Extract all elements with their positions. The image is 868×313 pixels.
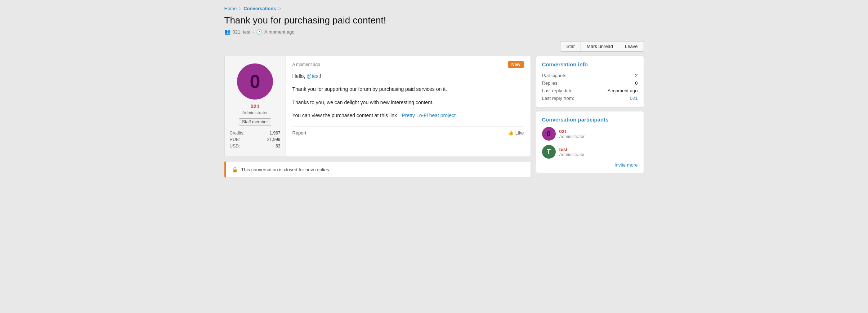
report-link[interactable]: Report bbox=[292, 130, 307, 136]
credits-label: Credits: bbox=[230, 131, 245, 136]
conversation-info-panel: Conversation info Participants: 2 Replie… bbox=[536, 56, 644, 107]
last-reply-date-row: Last reply date: A moment ago bbox=[542, 87, 638, 94]
participant-info-test: test Administrator bbox=[559, 147, 585, 157]
participant-role-021: Administrator bbox=[559, 134, 585, 139]
replies-row: Replies: 0 bbox=[542, 79, 638, 87]
mark-unread-button[interactable]: Mark unread bbox=[581, 41, 619, 52]
breadcrumb: Home > Conversations > bbox=[224, 6, 644, 11]
message-author-col: 0 021 Administrator Staff member Credits… bbox=[225, 56, 286, 156]
purchased-content-link[interactable]: Pretty Lo-Fi beat project bbox=[402, 113, 455, 118]
breadcrumb-home[interactable]: Home bbox=[224, 6, 237, 11]
participant-avatar-test: T bbox=[542, 145, 556, 159]
author-role: Administrator bbox=[242, 110, 268, 115]
rub-label: RUB: bbox=[230, 137, 240, 142]
credits-value: 1,967 bbox=[269, 131, 280, 136]
closed-notice-text: This conversation is closed for new repl… bbox=[241, 167, 331, 172]
message-timestamp: A moment ago bbox=[292, 62, 320, 67]
action-buttons-row: Star Mark unread Leave bbox=[224, 41, 644, 52]
message-text: Hello, @test! Thank you for supporting o… bbox=[292, 72, 524, 120]
conversation-participants-title: Conversation participants bbox=[542, 116, 638, 123]
participants-icon: 👥 bbox=[224, 29, 231, 35]
rub-value: 21,999 bbox=[267, 137, 281, 142]
participants-value: 2 bbox=[595, 72, 638, 79]
message-card: 0 021 Administrator Staff member Credits… bbox=[224, 56, 531, 157]
new-badge: New bbox=[508, 61, 524, 68]
participant-name-021[interactable]: 021 bbox=[559, 129, 585, 134]
conversation-info-title: Conversation info bbox=[542, 61, 638, 67]
sidebar: Conversation info Participants: 2 Replie… bbox=[536, 56, 644, 173]
message-body-line2: Thanks to you, we can delight you with n… bbox=[292, 98, 524, 106]
page-title: Thank you for purchasing paid content! bbox=[224, 15, 644, 26]
main-content: 0 021 Administrator Staff member Credits… bbox=[224, 56, 531, 178]
message-timestamp-row: A moment ago New bbox=[292, 61, 524, 68]
usd-value: 63 bbox=[276, 144, 280, 149]
message-body-line1: Thank you for supporting our forum by pu… bbox=[292, 85, 524, 93]
author-name[interactable]: 021 bbox=[250, 103, 259, 109]
like-icon: 👍 bbox=[508, 130, 514, 136]
clock-icon: 🕐 bbox=[256, 29, 262, 35]
lock-icon: 🔒 bbox=[232, 166, 238, 173]
participants-row: Participants: 2 bbox=[542, 72, 638, 79]
participant-role-test: Administrator bbox=[559, 152, 585, 157]
page-meta: 👥 021, test · 🕐 A moment ago bbox=[224, 29, 644, 35]
like-button[interactable]: 👍 Like bbox=[508, 130, 524, 136]
invite-more-link[interactable]: Invite more bbox=[614, 162, 637, 168]
meta-time: A moment ago bbox=[264, 29, 295, 35]
invite-more: Invite more bbox=[542, 162, 638, 168]
meta-dot: · bbox=[252, 29, 254, 35]
participant-avatar-021: 0 bbox=[542, 127, 556, 141]
greeting-text: Hello, bbox=[292, 73, 307, 79]
last-reply-date-label: Last reply date: bbox=[542, 87, 595, 94]
message-body-col: A moment ago New Hello, @test! Thank you… bbox=[286, 56, 531, 156]
staff-badge: Staff member bbox=[239, 118, 271, 125]
message-actions-row: Report 👍 Like bbox=[292, 126, 524, 136]
last-reply-from-value[interactable]: 021 bbox=[595, 94, 638, 102]
participant-item-test: T test Administrator bbox=[542, 145, 638, 159]
author-stats: Credits: 1,967 RUB: 21,999 USD: 63 bbox=[230, 130, 281, 149]
usd-stat: USD: 63 bbox=[230, 143, 281, 149]
conversation-participants-panel: Conversation participants 0 021 Administ… bbox=[536, 111, 644, 173]
info-table: Participants: 2 Replies: 0 Last reply da… bbox=[542, 72, 638, 102]
closed-notice: 🔒 This conversation is closed for new re… bbox=[224, 161, 531, 178]
last-reply-date-value: A moment ago bbox=[595, 87, 638, 94]
message-greeting-para: Hello, @test! bbox=[292, 72, 524, 80]
participants-list: 0 021 Administrator T test Ad bbox=[542, 127, 638, 159]
participant-name-test[interactable]: test bbox=[559, 147, 585, 152]
last-reply-from-row: Last reply from: 021 bbox=[542, 94, 638, 102]
meta-participants: 021, test bbox=[233, 29, 251, 35]
participants-label: Participants: bbox=[542, 72, 595, 79]
participant-item-021: 0 021 Administrator bbox=[542, 127, 638, 141]
rub-stat: RUB: 21,999 bbox=[230, 136, 281, 143]
replies-label: Replies: bbox=[542, 79, 595, 87]
message-body-line3: You can view the purchased content at th… bbox=[292, 111, 524, 119]
mention-test[interactable]: @test bbox=[307, 73, 320, 79]
last-reply-from-label: Last reply from: bbox=[542, 94, 595, 102]
breadcrumb-conversations[interactable]: Conversations bbox=[243, 6, 276, 11]
breadcrumb-sep1: > bbox=[239, 6, 241, 11]
star-button[interactable]: Star bbox=[560, 41, 581, 52]
replies-value: 0 bbox=[595, 79, 638, 87]
usd-label: USD: bbox=[230, 144, 240, 149]
leave-button[interactable]: Leave bbox=[619, 41, 644, 52]
credits-stat: Credits: 1,967 bbox=[230, 130, 281, 136]
breadcrumb-sep2: > bbox=[278, 6, 281, 11]
participant-info-021: 021 Administrator bbox=[559, 129, 585, 139]
main-layout: 0 021 Administrator Staff member Credits… bbox=[224, 56, 644, 178]
author-avatar: 0 bbox=[237, 63, 273, 100]
